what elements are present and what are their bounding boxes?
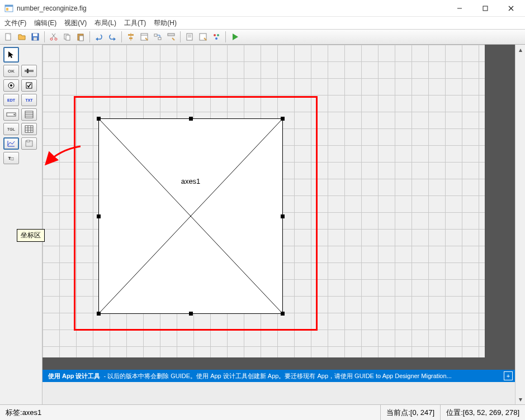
svg-rect-1 bbox=[5, 5, 13, 7]
panel-tool[interactable] bbox=[21, 137, 37, 150]
menu-view[interactable]: 视图(V) bbox=[64, 18, 87, 28]
svg-marker-41 bbox=[8, 51, 13, 58]
svg-point-38 bbox=[217, 34, 219, 36]
migration-banner[interactable]: 使用 App 设计工具 - 以后的版本中将会删除 GUIDE。使用 App 设计… bbox=[42, 370, 515, 382]
svg-rect-43 bbox=[27, 69, 29, 73]
redo-button[interactable] bbox=[106, 31, 119, 43]
svg-point-45 bbox=[10, 84, 12, 87]
banner-expand-icon[interactable]: + bbox=[504, 371, 513, 380]
mfile-button[interactable] bbox=[183, 31, 196, 43]
menu-tools[interactable]: 工具(T) bbox=[124, 18, 146, 28]
window-title: number_reconginize.fig bbox=[17, 4, 447, 12]
save-button[interactable] bbox=[29, 31, 41, 43]
svg-rect-59 bbox=[27, 140, 30, 142]
open-button[interactable] bbox=[16, 31, 28, 43]
slider-tool[interactable] bbox=[21, 65, 37, 77]
main-area: OK EDT TXT TGL T⬚ 坐标区 bbox=[0, 45, 525, 404]
popupmenu-tool[interactable] bbox=[3, 108, 19, 121]
togglebutton-tool[interactable]: TGL bbox=[3, 123, 19, 135]
resize-handle-mr[interactable] bbox=[281, 214, 285, 218]
status-curpoint: 当前点: [0, 247] bbox=[381, 405, 441, 420]
svg-rect-2 bbox=[6, 8, 8, 11]
paste-button[interactable] bbox=[74, 31, 87, 43]
component-palette: OK EDT TXT TGL T⬚ bbox=[0, 45, 42, 404]
object-browser-button[interactable] bbox=[210, 31, 223, 43]
buttongroup-tool[interactable]: T⬚ bbox=[3, 152, 19, 164]
cut-button[interactable] bbox=[48, 31, 60, 43]
axes-tooltip: 坐标区 bbox=[17, 229, 45, 242]
svg-rect-23 bbox=[128, 34, 134, 36]
pushbutton-tool[interactable]: OK bbox=[3, 65, 19, 77]
scroll-up-icon[interactable]: ▴ bbox=[515, 45, 525, 55]
scroll-down-icon[interactable]: ▾ bbox=[515, 394, 525, 404]
axes-tool[interactable] bbox=[3, 137, 19, 150]
property-inspector-button[interactable] bbox=[197, 31, 209, 43]
canvas-edge-right bbox=[485, 45, 515, 357]
svg-marker-20 bbox=[96, 37, 98, 41]
checkbox-tool[interactable] bbox=[21, 79, 37, 92]
copy-button[interactable] bbox=[61, 31, 73, 43]
close-button[interactable] bbox=[498, 0, 524, 17]
new-button[interactable] bbox=[2, 31, 15, 43]
svg-rect-24 bbox=[129, 37, 133, 39]
menu-layout[interactable]: 布局(L) bbox=[94, 18, 116, 28]
svg-rect-53 bbox=[25, 126, 33, 132]
resize-handle-ml[interactable] bbox=[97, 214, 101, 218]
resize-handle-tl[interactable] bbox=[97, 117, 101, 121]
svg-point-14 bbox=[50, 38, 53, 40]
svg-line-31 bbox=[172, 38, 174, 40]
svg-rect-4 bbox=[483, 6, 488, 11]
canvas-edge-bottom bbox=[42, 357, 515, 370]
menu-editor-button[interactable] bbox=[138, 31, 150, 43]
svg-point-37 bbox=[214, 34, 216, 36]
status-position: 位置: [63, 52, 269, 278] bbox=[441, 405, 525, 420]
undo-button[interactable] bbox=[93, 31, 105, 43]
svg-rect-30 bbox=[168, 34, 174, 36]
resize-handle-bm[interactable] bbox=[189, 312, 193, 316]
radiobutton-tool[interactable] bbox=[3, 79, 19, 92]
toolbar bbox=[0, 29, 525, 45]
app-icon bbox=[4, 4, 13, 13]
resize-handle-tm[interactable] bbox=[189, 117, 193, 121]
status-bar: 标签: axes1 当前点: [0, 247] 位置: [63, 52, 269… bbox=[0, 404, 525, 420]
resize-handle-bl[interactable] bbox=[97, 312, 101, 316]
banner-text: - 以后的版本中将会删除 GUIDE。使用 App 设计工具创建新 App。要迁… bbox=[104, 372, 452, 380]
svg-rect-42 bbox=[25, 70, 34, 72]
svg-point-15 bbox=[55, 38, 57, 40]
axes1-object[interactable]: axes1 bbox=[98, 118, 283, 314]
edittext-tool[interactable]: EDT bbox=[3, 94, 19, 106]
statictext-tool[interactable]: TXT bbox=[21, 94, 37, 106]
svg-rect-11 bbox=[34, 37, 37, 40]
svg-rect-29 bbox=[158, 37, 161, 40]
svg-point-39 bbox=[215, 37, 217, 40]
svg-rect-17 bbox=[66, 35, 70, 40]
menu-help[interactable]: 帮助(H) bbox=[154, 18, 177, 28]
design-canvas[interactable]: axes1 使用 App 设计工具 - 以后的版本中将会删除 GUIDE。使用 … bbox=[42, 45, 525, 404]
svg-rect-28 bbox=[154, 34, 157, 36]
resize-handle-br[interactable] bbox=[281, 312, 285, 316]
select-tool[interactable] bbox=[3, 47, 19, 63]
minimize-button[interactable] bbox=[447, 0, 472, 17]
table-tool[interactable] bbox=[21, 123, 37, 135]
svg-rect-19 bbox=[79, 36, 83, 41]
resize-handle-tr[interactable] bbox=[281, 117, 285, 121]
tab-order-button[interactable] bbox=[152, 31, 164, 43]
menu-edit[interactable]: 编辑(E) bbox=[34, 18, 56, 28]
vertical-scrollbar[interactable]: ▴ ▾ bbox=[515, 45, 525, 404]
listbox-tool[interactable] bbox=[21, 108, 37, 121]
svg-marker-21 bbox=[113, 37, 116, 41]
run-button[interactable] bbox=[229, 31, 241, 43]
axes-label: axes1 bbox=[181, 177, 201, 185]
toolbar-editor-button[interactable] bbox=[165, 31, 177, 43]
banner-title: 使用 App 设计工具 bbox=[48, 372, 101, 380]
status-tag: 标签: axes1 bbox=[0, 405, 381, 420]
svg-rect-46 bbox=[26, 83, 32, 88]
menu-bar: 文件(F) 编辑(E) 视图(V) 布局(L) 工具(T) 帮助(H) bbox=[0, 17, 525, 29]
svg-rect-10 bbox=[33, 34, 37, 36]
svg-marker-40 bbox=[233, 34, 238, 40]
align-button[interactable] bbox=[125, 31, 137, 43]
menu-file[interactable]: 文件(F) bbox=[4, 18, 26, 28]
title-bar: number_reconginize.fig bbox=[0, 0, 525, 17]
maximize-button[interactable] bbox=[472, 0, 498, 17]
